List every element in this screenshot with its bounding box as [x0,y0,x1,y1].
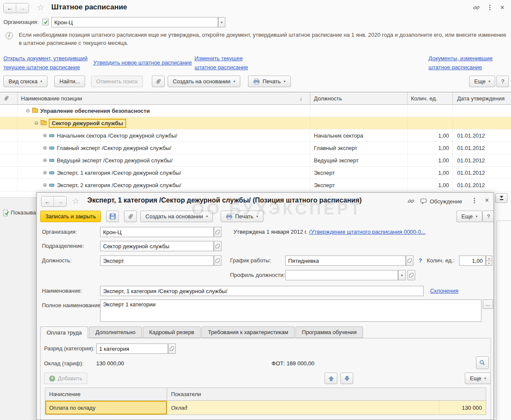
date-cell[interactable]: 01.01.2012 [452,129,511,141]
list-view-button[interactable]: Вид списка▾ [3,76,47,87]
copy-link-icon[interactable] [473,4,480,12]
work-schedule-open-button[interactable] [406,256,414,266]
organization-open-button[interactable] [214,227,222,237]
profile-open-button[interactable] [408,270,415,280]
name-cell[interactable]: ⊕ Ведущий эксперт /Сектор дежурной служб… [17,154,310,166]
table-row[interactable]: ⊕ Главный эксперт /Сектор дежурной служб… [0,142,511,154]
print-button[interactable]: Печать▾ [248,76,291,87]
find-button[interactable]: Найти... [54,76,85,87]
work-schedule-input[interactable] [285,256,406,266]
organization-input[interactable] [51,17,218,27]
date-column-header[interactable]: Дата утверждения [452,92,511,104]
position-cell[interactable]: Главный эксперт [310,142,407,154]
organization-input[interactable] [100,227,214,237]
help-button[interactable]: ? [496,76,509,87]
tree-expander-icon[interactable]: ⊕ [42,170,48,176]
favorite-star-icon[interactable]: ☆ [37,3,44,12]
tab-1[interactable]: Дополнительно [89,326,142,338]
position-input[interactable] [100,256,214,266]
forward-button[interactable]: → [54,197,66,206]
accrual-row[interactable]: Оплата по окладу Оклад 130 000 [45,401,486,414]
attachments-column-header[interactable] [0,92,17,104]
cancel-search-button[interactable]: Отменить поиск [91,76,143,87]
tab-3[interactable]: Требования к характеристикам [201,326,295,338]
approving-document-link[interactable]: (Утверждение штатного расписания 0000-0.… [309,229,426,235]
name-column-header[interactable]: Наименование позиции↓ [17,92,310,104]
date-cell[interactable] [452,105,511,117]
move-down-button[interactable] [340,373,353,384]
help-button[interactable]: ? [482,211,494,222]
forward-button[interactable]: → [16,3,29,13]
qty-cell[interactable]: 1,00 [407,154,452,166]
table-row[interactable]: ⊖ Управление обеспечения безопасности [0,105,511,117]
tab-2[interactable]: Кадровый резерв [143,326,201,338]
declensions-link[interactable]: Склонения [430,288,458,294]
tree-expander-icon[interactable]: ⊕ [42,157,48,163]
tree-expander-icon[interactable]: ⊕ [42,145,48,151]
link-open-approving-document[interactable]: Открыть документ, утвердивший текущее шт… [3,54,96,72]
position-cell[interactable]: Эксперт [310,167,407,179]
fullname-textarea[interactable]: Эксперт 1 категории [100,300,481,322]
position-cell[interactable] [310,117,407,129]
position-open-button[interactable] [214,256,222,266]
table-row[interactable]: ⊖ Сектор дежурной службы [0,117,511,129]
accrual-cell[interactable]: Оплата по окладу [45,401,167,414]
position-cell[interactable]: Эксперт [310,179,407,191]
organization-dropdown-button[interactable]: ▾ [218,17,225,27]
close-window-button[interactable]: × [500,4,504,11]
qty-cell[interactable]: 1,00 [407,142,452,154]
name-cell[interactable]: ⊕ Эксперт, 1 категория /Сектор дежурной … [17,167,310,179]
spinner-up-icon[interactable]: ▴ [486,256,492,261]
move-up-button[interactable] [325,373,337,384]
tree-expander-icon[interactable]: ⊕ [42,182,48,188]
schedule-help-link[interactable]: ? [419,257,422,264]
show-checkbox[interactable] [3,210,8,216]
name-input[interactable] [100,286,424,296]
more-button[interactable]: Еще▾ [465,373,491,384]
scroll-to-end-button[interactable] [495,193,508,203]
name-cell[interactable]: ⊕ Начальник сектора /Сектор дежурной слу… [17,129,310,141]
qty-cell[interactable]: 1,00 [407,129,452,141]
link-documents-changed-schedule[interactable]: Документы, изменившие штатное расписание [428,54,493,72]
table-row[interactable]: ⊕ Ведущий эксперт /Сектор дежурной служб… [0,154,511,167]
name-cell[interactable]: ⊖ Управление обеспечения безопасности [17,105,310,117]
qty-spinner[interactable]: ▴▾ [486,256,492,266]
date-cell[interactable] [452,117,511,129]
position-cell[interactable]: Ведущий эксперт [310,154,407,166]
qty-cell[interactable]: 1,00 [407,179,452,191]
back-button[interactable]: ← [41,197,54,206]
save-button[interactable] [106,211,119,222]
qty-cell[interactable]: 1,00 [407,167,452,179]
salary-detail-button[interactable] [476,356,489,369]
table-row[interactable]: ⊕ Начальник сектора /Сектор дежурной слу… [0,129,511,142]
position-cell[interactable] [310,105,407,117]
more-button[interactable]: Еще▾ [469,76,495,87]
spinner-down-icon[interactable]: ▾ [486,261,492,266]
name-cell[interactable]: ⊕ Эксперт, 2 категория /Сектор дежурной … [17,179,310,191]
qty-column-header[interactable]: Колич. ед. [407,92,452,104]
date-cell[interactable]: 01.01.2012 [452,167,511,179]
attachments-button[interactable] [124,211,137,222]
tree-expander-icon[interactable]: ⊕ [42,132,48,138]
indicators-column-header[interactable]: Показатели [167,388,486,400]
tab-4[interactable]: Программа обучения [295,326,363,338]
table-row[interactable]: ⊕ Эксперт, 2 категория /Сектор дежурной … [0,179,511,191]
link-change-current-schedule[interactable]: Изменить текущее штатное расписание [195,54,262,72]
accrual-column-header[interactable]: Начисление [45,388,167,400]
profile-dropdown-button[interactable]: ▾ [398,270,406,280]
position-cell[interactable]: Начальник сектора [310,129,407,141]
link-approve-new-schedule[interactable]: Утвердить новое штатное расписание [93,58,192,67]
create-based-on-button[interactable]: Создать на основании▾ [140,211,213,222]
grade-input[interactable] [96,344,168,354]
name-cell[interactable]: ⊕ Главный эксперт /Сектор дежурной служб… [17,142,310,154]
department-open-button[interactable] [214,241,222,251]
close-window-button[interactable]: × [485,197,489,204]
copy-link-icon[interactable] [408,198,414,206]
favorite-star-icon[interactable]: ☆ [72,197,80,205]
back-button[interactable]: ← [4,3,16,13]
save-and-close-button[interactable]: Записать и закрыть [40,211,101,222]
tree-expander-icon[interactable]: ⊖ [25,108,31,114]
name-cell[interactable]: ⊖ Сектор дежурной службы [17,117,310,129]
more-button[interactable]: Еще▾ [456,211,482,222]
indicator-cell[interactable]: Оклад [167,401,439,414]
